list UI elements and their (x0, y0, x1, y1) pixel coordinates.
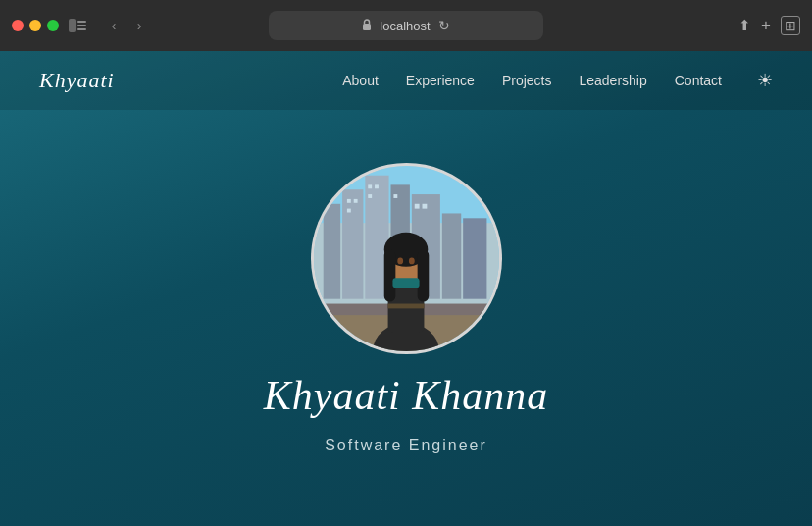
forward-button[interactable]: › (129, 16, 149, 35)
svg-rect-7 (323, 203, 339, 298)
new-tab-icon[interactable]: + (761, 16, 771, 35)
browser-top-bar: ‹ › localhost ↻ ⬆ + ⊞ (0, 0, 812, 51)
svg-rect-0 (69, 19, 76, 32)
back-button[interactable]: ‹ (104, 16, 124, 35)
browser-chrome: ‹ › localhost ↻ ⬆ + ⊞ (0, 0, 812, 51)
tabs-icon[interactable]: ⊞ (781, 16, 800, 35)
url-text: localhost (380, 19, 430, 33)
svg-rect-4 (363, 24, 371, 30)
svg-point-33 (397, 257, 403, 264)
close-button[interactable] (12, 20, 24, 31)
svg-rect-35 (392, 278, 419, 288)
minimize-button[interactable] (29, 20, 41, 31)
svg-rect-20 (393, 194, 397, 198)
nav-links: About Experience Projects Leadership Con… (342, 70, 773, 91)
profile-photo (311, 163, 502, 354)
window-controls (12, 20, 59, 31)
share-icon[interactable]: ⬆ (738, 17, 751, 34)
svg-rect-14 (346, 198, 350, 202)
svg-rect-17 (368, 184, 372, 188)
svg-rect-27 (387, 303, 424, 308)
nav-experience[interactable]: Experience (406, 73, 475, 88)
theme-toggle-button[interactable]: ☀ (757, 70, 773, 91)
svg-rect-31 (383, 249, 395, 301)
svg-rect-2 (77, 25, 86, 26)
lock-icon (362, 19, 372, 33)
hero-title: Software Engineer (325, 437, 487, 454)
browser-actions: ⬆ + ⊞ (738, 16, 800, 35)
website-content: Khyaati About Experience Projects Leader… (0, 51, 812, 526)
svg-rect-13 (463, 218, 486, 298)
maximize-button[interactable] (47, 20, 59, 31)
svg-rect-32 (417, 249, 429, 301)
svg-rect-19 (368, 194, 372, 198)
browser-nav: ‹ › (104, 16, 149, 35)
svg-point-34 (408, 257, 414, 264)
reload-icon[interactable]: ↻ (438, 18, 450, 33)
nav-about[interactable]: About (342, 73, 379, 88)
svg-rect-1 (77, 21, 86, 23)
svg-rect-3 (77, 28, 86, 30)
svg-rect-18 (375, 184, 379, 188)
svg-rect-22 (422, 203, 427, 208)
hero-section: Khyaati Khanna Software Engineer (0, 110, 812, 526)
svg-rect-16 (346, 208, 350, 212)
svg-rect-21 (414, 203, 419, 208)
svg-rect-8 (342, 189, 363, 298)
address-bar[interactable]: localhost ↻ (269, 11, 543, 40)
nav-contact[interactable]: Contact (675, 73, 722, 88)
address-bar-container: localhost ↻ (269, 11, 543, 40)
nav-projects[interactable]: Projects (502, 73, 552, 88)
site-navigation: Khyaati About Experience Projects Leader… (0, 51, 812, 110)
svg-rect-15 (353, 198, 357, 202)
svg-rect-12 (441, 213, 460, 298)
hero-name: Khyaati Khanna (264, 372, 549, 419)
site-logo: Khyaati (39, 68, 115, 93)
sidebar-toggle-icon[interactable] (67, 15, 88, 36)
nav-leadership[interactable]: Leadership (579, 73, 646, 88)
